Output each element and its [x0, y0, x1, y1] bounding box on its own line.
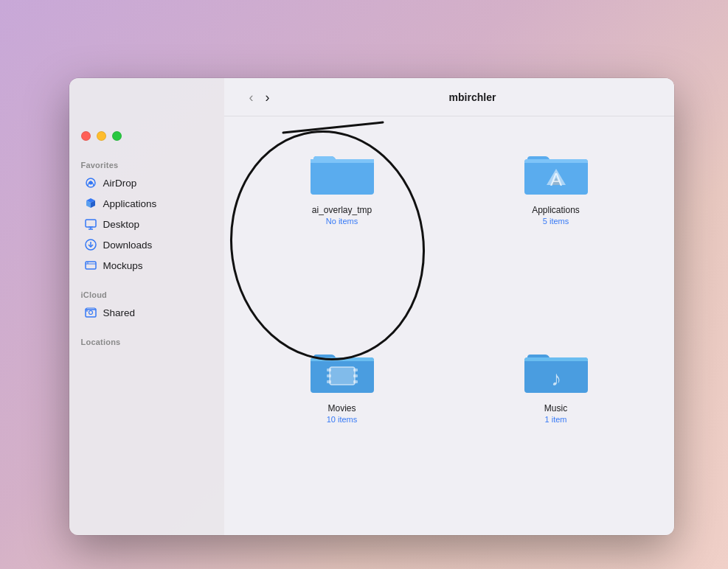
- folder-count-movies: 10 items: [327, 415, 358, 424]
- svg-point-12: [89, 311, 92, 315]
- svg-rect-2: [86, 220, 96, 227]
- svg-rect-20: [327, 374, 331, 377]
- folder-name-ai-overlay-tmp: ai_overlay_tmp: [312, 205, 372, 215]
- svg-text:♪: ♪: [551, 367, 561, 390]
- sidebar-item-applications-label: Applications: [103, 198, 157, 209]
- folder-item-music[interactable]: ♪ Music 1 item: [453, 329, 659, 520]
- main-area: ‹ › mbirchler: [224, 78, 674, 535]
- sidebar-item-airdrop[interactable]: AirDrop: [72, 172, 221, 193]
- svg-rect-24: [353, 380, 358, 383]
- close-button[interactable]: [81, 131, 91, 141]
- applications-icon: [84, 197, 97, 210]
- sidebar-item-shared[interactable]: Shared: [72, 302, 221, 323]
- svg-rect-23: [353, 374, 358, 377]
- sidebar-top: [69, 116, 224, 155]
- finder-window: Favorites AirDrop Applications: [69, 78, 674, 535]
- folder-icon-music: ♪: [523, 341, 589, 397]
- sidebar-item-mockups-label: Mockups: [103, 260, 143, 271]
- sidebar-item-shared-label: Shared: [103, 307, 136, 318]
- svg-rect-8: [86, 262, 96, 269]
- icloud-label: iCloud: [69, 284, 224, 302]
- folder-name-music: Music: [544, 403, 567, 413]
- sidebar-item-applications[interactable]: Applications: [72, 193, 221, 214]
- nav-buttons: ‹ ›: [236, 88, 274, 107]
- sidebar-item-desktop[interactable]: Desktop: [72, 214, 221, 234]
- maximize-button[interactable]: [112, 131, 122, 141]
- shared-icon: [84, 306, 97, 319]
- sidebar-item-downloads-label: Downloads: [103, 240, 153, 251]
- window-title: mbirchler: [283, 91, 662, 103]
- folder-count-applications: 5 items: [543, 217, 569, 226]
- folder-icon-applications: A: [523, 143, 589, 199]
- folder-name-movies: Movies: [327, 403, 356, 413]
- mockups-icon: [84, 259, 97, 272]
- desktop-icon: [84, 217, 97, 231]
- back-button[interactable]: ‹: [245, 88, 258, 107]
- svg-rect-21: [327, 380, 331, 383]
- sidebar-item-airdrop-label: AirDrop: [103, 178, 137, 189]
- folder-item-ai-overlay-tmp[interactable]: ai_overlay_tmp No items: [239, 131, 446, 322]
- forward-button[interactable]: ›: [261, 88, 274, 107]
- downloads-icon: [84, 238, 97, 251]
- sidebar: Favorites AirDrop Applications: [69, 78, 224, 535]
- folder-count-ai-overlay-tmp: No items: [326, 217, 358, 226]
- svg-text:A: A: [550, 170, 561, 189]
- svg-rect-22: [353, 369, 358, 371]
- folder-icon-ai-overlay-tmp: [309, 143, 375, 199]
- folder-icon-movies: [309, 341, 375, 397]
- folder-count-music: 1 item: [545, 415, 567, 424]
- folder-item-movies[interactable]: Movies 10 items: [239, 329, 446, 520]
- folder-name-applications: Applications: [532, 205, 580, 215]
- svg-rect-18: [330, 367, 355, 385]
- sidebar-item-desktop-label: Desktop: [103, 219, 140, 230]
- locations-label: Locations: [69, 332, 224, 349]
- favorites-label: Favorites: [69, 155, 224, 172]
- sidebar-item-mockups[interactable]: Mockups: [72, 255, 221, 276]
- titlebar: ‹ › mbirchler: [224, 78, 674, 116]
- svg-rect-19: [327, 369, 331, 371]
- minimize-button[interactable]: [97, 131, 106, 141]
- airdrop-icon: [84, 176, 97, 189]
- folder-item-applications[interactable]: A Applications 5 items: [453, 131, 659, 322]
- sidebar-item-downloads[interactable]: Downloads: [72, 234, 221, 255]
- content-area: ai_overlay_tmp No items A Applications: [224, 116, 674, 535]
